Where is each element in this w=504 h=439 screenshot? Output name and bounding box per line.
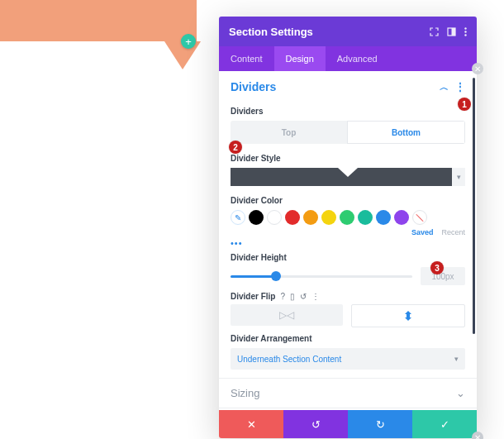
- flip-more-icon[interactable]: ⋮: [311, 292, 320, 301]
- flip-horizontal-option[interactable]: ▷◁: [231, 304, 343, 326]
- callout-3: 3: [430, 261, 444, 274]
- reset-icon[interactable]: ↺: [300, 292, 307, 301]
- scrollbar[interactable]: [473, 78, 475, 334]
- svg-rect-1: [452, 28, 456, 36]
- flip-vertical-option[interactable]: [351, 304, 465, 327]
- divider-flip-label: Divider Flip: [231, 292, 275, 301]
- divider-flip-label-row: Divider Flip ? ▯ ↺ ⋮: [231, 292, 465, 301]
- swatch-blue[interactable]: [376, 210, 391, 225]
- section-dividers-toggle: ︿⋮: [440, 79, 465, 93]
- tab-design[interactable]: Design: [274, 46, 326, 71]
- swatch-orange[interactable]: [303, 210, 318, 225]
- chevron-updown-icon: ▾: [454, 355, 459, 363]
- chevron-down-icon: ⌄: [456, 387, 465, 399]
- stage: + Section Settings Content Design Advanc…: [0, 0, 504, 439]
- tab-content[interactable]: Content: [219, 46, 274, 71]
- color-swatches: ✎: [231, 210, 465, 225]
- swatch-purple[interactable]: [394, 210, 409, 225]
- divider-arrangement-select[interactable]: Underneath Section Content ▾: [231, 348, 465, 370]
- snap-icon[interactable]: [447, 27, 456, 36]
- swatch-green[interactable]: [340, 210, 354, 225]
- dividers-label: Dividers: [231, 107, 465, 116]
- panel-header: Section Settings: [219, 17, 477, 46]
- settings-panel: Section Settings Content Design Advanced…: [219, 17, 477, 438]
- divider-height-slider[interactable]: [231, 275, 412, 278]
- dividers-bottom-option[interactable]: Bottom: [347, 121, 465, 144]
- divider-color-label: Divider Color: [231, 196, 465, 205]
- divider-style-select[interactable]: ▾: [231, 168, 465, 186]
- swatch-none[interactable]: [412, 210, 427, 225]
- cancel-button[interactable]: ✕: [219, 410, 283, 438]
- divider-style-label: Divider Style: [231, 154, 465, 163]
- background-section: [0, 0, 197, 41]
- undo-button[interactable]: ↺: [283, 410, 348, 438]
- dividers-position-segment: Top Bottom: [231, 121, 465, 144]
- swatch-teal[interactable]: [358, 210, 373, 225]
- divider-style-dropdown-icon: ▾: [452, 168, 465, 186]
- swatch-white[interactable]: [267, 210, 282, 225]
- divider-arrangement-value: Underneath Section Content: [237, 355, 341, 364]
- responsive-icon[interactable]: ▯: [290, 292, 295, 301]
- svg-point-2: [464, 27, 466, 29]
- header-actions: [430, 27, 467, 36]
- swatch-red[interactable]: [285, 210, 300, 225]
- svg-point-4: [464, 34, 466, 36]
- section-sizing-title: Sizing: [231, 387, 259, 399]
- swatch-black[interactable]: [249, 210, 264, 225]
- redo-button[interactable]: ↻: [348, 410, 412, 438]
- color-saved-tab[interactable]: Saved: [411, 228, 434, 236]
- tabs: Content Design Advanced: [219, 46, 477, 71]
- tab-advanced[interactable]: Advanced: [326, 46, 389, 71]
- swatch-yellow[interactable]: [321, 210, 336, 225]
- expand-icon[interactable]: [430, 27, 439, 36]
- divider-style-notch: [338, 168, 358, 177]
- callout-2: 2: [229, 141, 242, 154]
- section-dividers-title: Dividers: [231, 80, 276, 93]
- slider-fill: [231, 275, 276, 278]
- callout-1: 1: [458, 98, 471, 111]
- panel-body: Dividers ︿⋮ Dividers Top Bottom Divider …: [219, 71, 477, 410]
- section-dividers-header[interactable]: Dividers ︿⋮: [219, 71, 477, 102]
- section-spacing-header[interactable]: Spacing ⌄: [219, 408, 477, 410]
- more-icon[interactable]: [464, 27, 467, 36]
- add-section-button[interactable]: +: [181, 34, 196, 49]
- divider-arrangement-label: Divider Arrangement: [231, 334, 465, 343]
- color-saved-recent: Saved Recent: [231, 228, 465, 236]
- panel-title: Section Settings: [229, 26, 313, 38]
- footer-close-icon[interactable]: ✕: [472, 432, 483, 439]
- color-more-icon[interactable]: •••: [231, 238, 465, 248]
- section-sizing-header[interactable]: Sizing ⌄: [219, 378, 477, 408]
- color-picker-icon[interactable]: ✎: [231, 210, 245, 225]
- help-icon[interactable]: ?: [280, 292, 285, 301]
- svg-point-3: [464, 31, 466, 32]
- slider-thumb[interactable]: [271, 271, 281, 281]
- divider-height-label: Divider Height: [231, 253, 465, 262]
- save-button[interactable]: ✓: [412, 410, 477, 438]
- dividers-top-option[interactable]: Top: [231, 121, 347, 144]
- panel-footer: ✕ ↺ ↻ ✓: [219, 410, 477, 438]
- color-recent-tab[interactable]: Recent: [441, 228, 465, 236]
- divider-flip-segment: ▷◁: [231, 304, 465, 327]
